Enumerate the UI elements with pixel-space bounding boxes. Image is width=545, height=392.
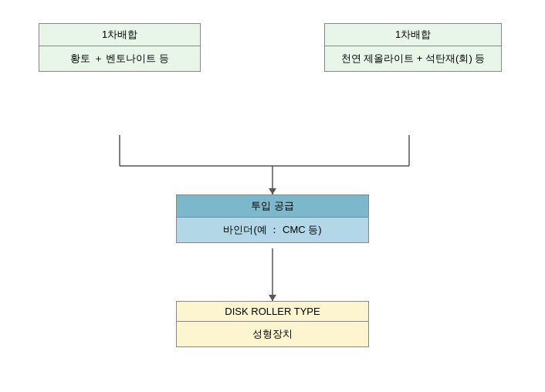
left-box-header: 1차배합 (39, 24, 200, 46)
middle-box-header: 투입 공급 (177, 195, 368, 218)
right-box-header: 1차배합 (325, 24, 501, 46)
right-box-body: 천연 제올라이트 + 석탄재(회) 등 (325, 46, 501, 71)
diagram: 1차배합 황토 ＋ 벤토나이트 등 1차배합 천연 제올라이트 + 석탄재(회)… (0, 0, 545, 392)
middle-box-body: 바인더(예 ： CMC 등) (177, 218, 368, 242)
bottom-box: DISK ROLLER TYPE 성형장치 (176, 301, 369, 347)
svg-marker-6 (269, 295, 276, 301)
svg-marker-4 (269, 188, 276, 194)
left-box-body: 황토 ＋ 벤토나이트 등 (39, 46, 200, 71)
left-box: 1차배합 황토 ＋ 벤토나이트 등 (39, 23, 201, 72)
middle-box: 투입 공급 바인더(예 ： CMC 등) (176, 194, 369, 243)
bottom-box-body: 성형장치 (177, 322, 368, 346)
right-box: 1차배합 천연 제올라이트 + 석탄재(회) 등 (324, 23, 502, 72)
bottom-box-header: DISK ROLLER TYPE (177, 302, 368, 322)
